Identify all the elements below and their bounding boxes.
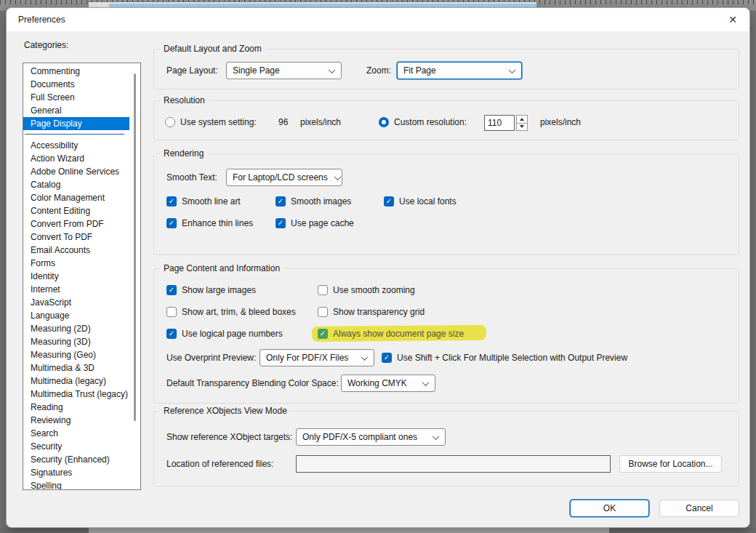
preferences-dialog: Preferences ✕ Categories: CommentingDocu…: [6, 7, 750, 528]
chevron-down-icon: [334, 173, 341, 180]
category-item[interactable]: Identity: [23, 270, 129, 283]
category-item[interactable]: Page Display: [23, 117, 129, 130]
category-item[interactable]: Forms: [23, 257, 129, 270]
background-bottom-strip: [0, 528, 756, 533]
checkbox-show-art-trim-bleed[interactable]: Show art, trim, & bleed boxes: [166, 305, 296, 319]
overprint-preview-value: Only For PDF/X Files: [266, 353, 348, 363]
category-item[interactable]: Commenting: [23, 65, 129, 78]
category-item[interactable]: Security (Enhanced): [23, 453, 129, 466]
browse-for-location-button[interactable]: Browse for Location...: [619, 455, 722, 473]
checkbox-label: Smooth line art: [182, 196, 241, 207]
category-item[interactable]: Catalog: [23, 178, 129, 191]
checkbox-use-page-cache[interactable]: ✓ Use page cache: [276, 216, 354, 231]
group-title: Resolution: [160, 95, 209, 105]
arrow-up-icon: [520, 118, 524, 121]
radio-use-system-setting[interactable]: Use system setting:: [165, 115, 257, 129]
system-resolution-value: 96: [278, 113, 288, 131]
category-item[interactable]: Action Wizard: [23, 152, 129, 165]
category-item[interactable]: Content Editing: [23, 204, 129, 217]
zoom-select[interactable]: Fit Page: [397, 62, 522, 79]
category-item[interactable]: Color Management: [23, 191, 129, 204]
overprint-preview-label: Use Overprint Preview:: [166, 349, 256, 366]
radio-icon: [165, 117, 175, 127]
checkbox-smooth-line-art[interactable]: ✓ Smooth line art: [166, 194, 241, 209]
xobject-targets-value: Only PDF/X-5 compliant ones: [302, 432, 417, 442]
checkbox-label: Enhance thin lines: [182, 218, 253, 228]
chevron-down-icon: [433, 433, 440, 440]
referenced-files-input[interactable]: [296, 455, 611, 473]
checkbox-show-transparency-grid[interactable]: Show transparency grid: [318, 305, 425, 319]
category-item[interactable]: Convert From PDF: [23, 217, 129, 231]
categories-scrollbar-thumb[interactable]: [134, 73, 136, 421]
category-item[interactable]: General: [23, 104, 129, 117]
checkbox-use-local-fonts[interactable]: ✓ Use local fonts: [384, 194, 457, 209]
category-item[interactable]: Adobe Online Services: [23, 165, 129, 178]
category-item[interactable]: Measuring (2D): [23, 322, 129, 335]
page-layout-select[interactable]: Single Page: [226, 62, 342, 79]
checkbox-smooth-images[interactable]: ✓ Smooth images: [276, 194, 351, 209]
overprint-preview-select[interactable]: Only For PDF/X Files: [260, 349, 374, 366]
category-item[interactable]: Spelling: [23, 479, 129, 490]
cancel-button[interactable]: Cancel: [659, 500, 739, 517]
category-item[interactable]: Language: [23, 309, 129, 322]
checkbox-label: Use page cache: [291, 218, 354, 228]
category-item[interactable]: Reading: [23, 401, 129, 414]
category-item[interactable]: Internet: [23, 283, 129, 296]
checkbox-icon: ✓: [276, 218, 286, 228]
category-item[interactable]: Search: [23, 427, 129, 440]
spinner-up-button[interactable]: [516, 115, 528, 124]
dialog-title: Preferences: [18, 8, 65, 31]
checkbox-icon: ✓: [384, 196, 394, 207]
category-item[interactable]: JavaScript: [23, 296, 129, 309]
radio-icon: [379, 117, 389, 127]
xobject-targets-label: Show reference XObject targets:: [166, 428, 292, 446]
page-layout-label: Page Layout:: [166, 62, 218, 79]
category-item[interactable]: Security: [23, 440, 129, 453]
spinner-down-button[interactable]: [516, 124, 528, 132]
blend-color-space-label: Default Transparency Blending Color Spac…: [166, 374, 339, 392]
group-title: Reference XObjects View Mode: [160, 406, 291, 416]
category-item[interactable]: Email Accounts: [23, 244, 129, 257]
checkbox-show-large-images[interactable]: ✓ Show large images: [166, 283, 256, 297]
system-resolution-unit: pixels/inch: [300, 113, 341, 131]
category-item[interactable]: Convert To PDF: [23, 231, 129, 244]
group-title: Rendering: [160, 148, 207, 159]
close-icon[interactable]: ✕: [723, 11, 742, 28]
checkbox-use-logical-page-numbers[interactable]: ✓ Use logical page numbers: [166, 326, 283, 341]
custom-resolution-input[interactable]: [484, 115, 515, 131]
categories-scrollbar[interactable]: [131, 64, 140, 489]
categories-list: CommentingDocumentsFull ScreenGeneralPag…: [23, 63, 141, 490]
blend-color-space-select[interactable]: Working CMYK: [341, 374, 435, 392]
category-item[interactable]: Multimedia Trust (legacy): [23, 388, 129, 401]
checkbox-icon: [166, 307, 177, 317]
smooth-text-select[interactable]: For Laptop/LCD screens: [226, 169, 342, 186]
checkbox-label: Show large images: [182, 285, 256, 295]
group-reference-xobjects: Reference XObjects View Mode: [153, 411, 739, 486]
category-item[interactable]: Documents: [23, 78, 129, 91]
radio-custom-resolution[interactable]: Custom resolution:: [379, 115, 467, 129]
ok-button[interactable]: OK: [570, 500, 649, 517]
xobject-targets-select[interactable]: Only PDF/X-5 compliant ones: [296, 428, 446, 446]
checkbox-always-show-page-size[interactable]: ✓ Always show document page size: [318, 326, 464, 341]
category-item[interactable]: Signatures: [23, 466, 129, 479]
checkbox-shift-click-multiple-selection[interactable]: ✓ Use Shift + Click For Multiple Selecti…: [382, 350, 627, 365]
smooth-text-value: For Laptop/LCD screens: [233, 172, 328, 183]
category-item[interactable]: Measuring (Geo): [23, 348, 129, 361]
checkbox-use-smooth-zooming[interactable]: Use smooth zooming: [318, 283, 415, 297]
radio-label: Use system setting:: [180, 117, 257, 127]
category-item[interactable]: Accessibility: [23, 139, 129, 152]
checkbox-icon: ✓: [166, 329, 177, 339]
group-title: Default Layout and Zoom: [160, 44, 265, 54]
category-item[interactable]: Full Screen: [23, 91, 129, 104]
zoom-value: Fit Page: [403, 65, 436, 76]
checkbox-label: Always show document page size: [333, 329, 464, 339]
bottom-light-segment: [89, 528, 609, 533]
custom-resolution-stepper: [516, 115, 528, 131]
category-item[interactable]: Multimedia (legacy): [23, 374, 129, 388]
checkbox-label: Use smooth zooming: [333, 285, 415, 295]
category-item[interactable]: Multimedia & 3D: [23, 361, 129, 374]
category-item[interactable]: Reviewing: [23, 414, 129, 427]
checkbox-label: Use logical page numbers: [182, 329, 283, 339]
category-item[interactable]: Measuring (3D): [23, 335, 129, 348]
checkbox-enhance-thin-lines[interactable]: ✓ Enhance thin lines: [166, 216, 253, 231]
